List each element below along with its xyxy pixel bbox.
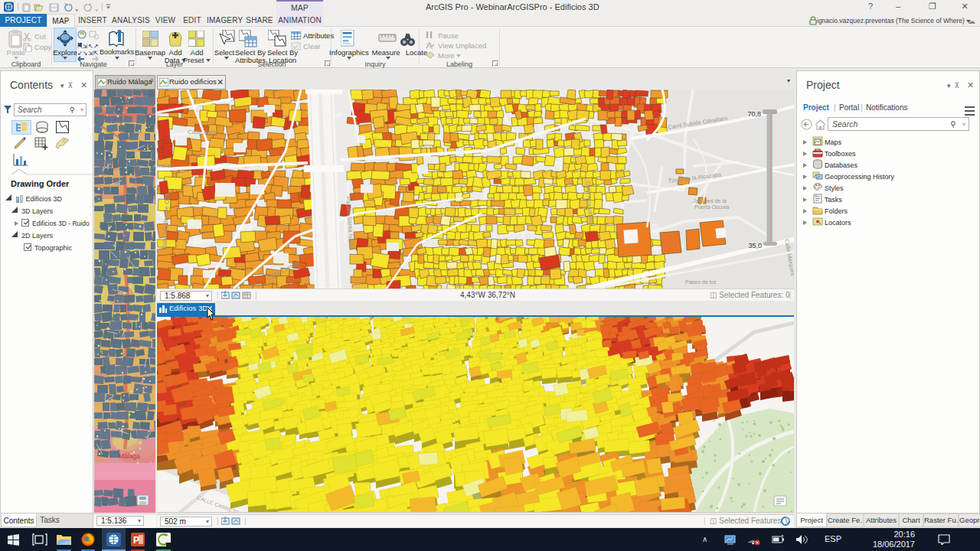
svg-text:35,0: 35,0	[748, 242, 762, 249]
svg-text:Calle Jara: Calle Jara	[188, 129, 216, 135]
svg-text:⇱⇲: ⇱⇲	[77, 43, 88, 50]
svg-text:Puerta Oscura: Puerta Oscura	[694, 204, 729, 210]
svg-text:↖↗: ↖↗	[88, 43, 98, 50]
svg-text:P: P	[133, 535, 139, 546]
svg-text:Jardines de la: Jardines de la	[693, 198, 727, 204]
svg-text:⇲⇱: ⇲⇱	[88, 50, 99, 57]
svg-text:↙↘: ↙↘	[77, 50, 87, 57]
svg-text:70,8: 70,8	[747, 110, 761, 118]
svg-text:mbies: mbies	[157, 162, 173, 169]
svg-text:Málaga: Málaga	[119, 452, 140, 460]
svg-text:Paseo de los: Paseo de los	[685, 279, 717, 285]
